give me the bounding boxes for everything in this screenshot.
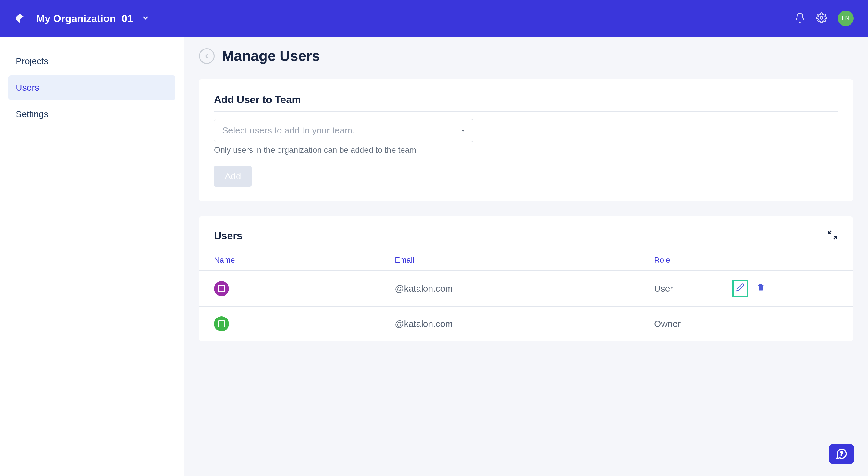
app-logo-icon xyxy=(14,13,25,24)
col-header-name[interactable]: Name xyxy=(199,250,380,271)
page-header: Manage Users xyxy=(199,47,853,64)
help-button[interactable]: ? xyxy=(829,444,854,464)
add-user-helper-text: Only users in the organization can be ad… xyxy=(214,146,473,155)
edit-highlight-box xyxy=(733,280,748,297)
notifications-icon[interactable] xyxy=(795,12,805,24)
sidebar-item-label: Projects xyxy=(16,56,48,66)
add-user-title: Add User to Team xyxy=(214,94,838,105)
caret-down-icon: ▼ xyxy=(461,128,465,133)
collapse-icon[interactable] xyxy=(827,229,838,242)
user-avatar-initials: LN xyxy=(842,15,849,22)
sidebar: Projects Users Settings xyxy=(0,37,184,476)
organization-name: My Organization_01 xyxy=(36,13,133,24)
col-header-role[interactable]: Role xyxy=(639,250,717,271)
user-role-cell: Owner xyxy=(639,307,717,341)
main-panel: Manage Users Add User to Team Select use… xyxy=(184,37,868,476)
user-select-placeholder: Select users to add to your team. xyxy=(222,125,355,135)
user-select-input[interactable]: Select users to add to your team. ▼ xyxy=(214,119,473,142)
back-button[interactable] xyxy=(199,48,215,64)
user-email-cell: @katalon.com xyxy=(380,307,639,341)
sidebar-item-label: Users xyxy=(16,83,39,93)
users-table: Name Email Role @katalon.com xyxy=(199,250,853,341)
add-button[interactable]: Add xyxy=(214,166,252,187)
user-actions-cell xyxy=(717,271,853,307)
add-user-card: Add User to Team Select users to add to … xyxy=(199,79,853,201)
delete-icon[interactable] xyxy=(756,283,765,294)
user-row-avatar xyxy=(214,281,229,296)
table-row: @katalon.com User xyxy=(199,271,853,307)
sidebar-item-users[interactable]: Users xyxy=(8,75,176,100)
org-switcher-chevron-icon[interactable] xyxy=(141,13,150,23)
avatar-inner-icon xyxy=(218,285,225,292)
sidebar-item-settings[interactable]: Settings xyxy=(8,102,176,127)
user-select-wrapper: Select users to add to your team. ▼ Only… xyxy=(214,119,473,155)
settings-icon[interactable] xyxy=(816,12,827,24)
user-role-cell: User xyxy=(639,271,717,307)
users-table-header-row: Name Email Role xyxy=(199,250,853,271)
app-header: My Organization_01 LN xyxy=(0,0,868,37)
users-section-header: Users xyxy=(199,216,853,250)
chevron-left-icon xyxy=(203,52,211,60)
col-header-actions xyxy=(717,250,853,271)
user-actions-cell xyxy=(717,307,853,341)
avatar-inner-icon xyxy=(218,320,225,327)
svg-point-0 xyxy=(820,17,823,19)
header-actions: LN xyxy=(795,10,854,26)
table-row: @katalon.com Owner xyxy=(199,307,853,341)
main-content: Projects Users Settings Manage Users Add… xyxy=(0,37,868,476)
page-title: Manage Users xyxy=(222,47,320,64)
users-section-title: Users xyxy=(214,230,243,242)
col-header-email[interactable]: Email xyxy=(380,250,639,271)
user-name-cell xyxy=(199,271,380,307)
user-name-cell xyxy=(199,307,380,341)
divider xyxy=(214,112,838,112)
user-avatar[interactable]: LN xyxy=(838,10,854,26)
user-email-cell: @katalon.com xyxy=(380,271,639,307)
help-icon: ? xyxy=(835,448,848,460)
sidebar-item-projects[interactable]: Projects xyxy=(8,49,176,73)
users-card: Users Name Email Role xyxy=(199,216,853,341)
svg-text:?: ? xyxy=(840,451,843,457)
sidebar-item-label: Settings xyxy=(16,109,48,119)
user-row-avatar xyxy=(214,316,229,331)
edit-icon[interactable] xyxy=(736,283,744,294)
